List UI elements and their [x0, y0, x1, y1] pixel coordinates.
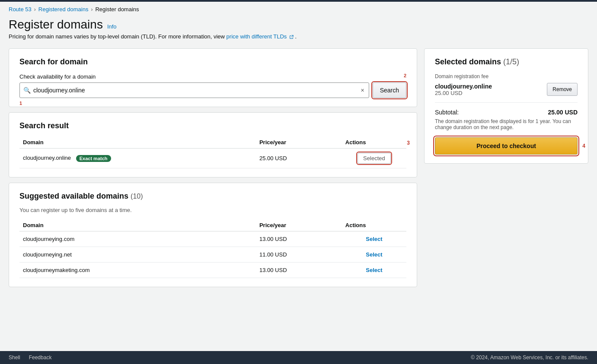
suggested-col-domain: Domain [19, 219, 256, 231]
search-card-title: Search for domain [19, 57, 406, 66]
search-row: 🔍 × 1 2 Search [19, 82, 406, 98]
search-button[interactable]: Search [373, 82, 406, 98]
selected-domains-card: Selected domains (1/5) Domain registrati… [424, 48, 588, 164]
footer: Shell Feedback © 2024, Amazon Web Servic… [0, 351, 597, 364]
right-panel: Selected domains (1/5) Domain registrati… [424, 48, 588, 164]
external-link-icon [289, 35, 294, 39]
breadcrumb-registered-domains[interactable]: Registered domains [38, 6, 89, 13]
subtotal-label: Subtotal: [435, 109, 459, 116]
search-input[interactable] [33, 87, 360, 94]
search-result-table: Domain Price/year Actions cloudjourney.o… [19, 136, 406, 168]
search-input-wrapper: 🔍 × [19, 82, 369, 98]
suggested-action-cell: Select [342, 231, 406, 247]
main-content: Search for domain Check availability for… [0, 44, 597, 351]
suggested-domain-name: cloudjourneying.net [19, 247, 256, 263]
suggested-domain-name: cloudjourneying.com [19, 231, 256, 247]
list-item: cloudjourneying.net 11.00 USD Select [19, 247, 406, 263]
col-header-price: Price/year [256, 136, 342, 149]
subtotal-row: Subtotal: 25.00 USD [435, 109, 578, 116]
annotation-3: 3 [407, 140, 410, 146]
suggested-table: Domain Price/year Actions cloudjourneyin… [19, 219, 406, 278]
selected-domain-row: cloudjourney.online 25.00 USD Remove [435, 83, 578, 96]
select-domain-button[interactable]: Select [366, 236, 382, 242]
list-item: cloudjourneying.com 13.00 USD Select [19, 231, 406, 247]
annotation-4: 4 [582, 143, 585, 149]
page-title: Register domains [9, 18, 103, 32]
domain-reg-fee-label: Domain registration fee [435, 73, 578, 79]
suggested-domain-price: 11.00 USD [256, 247, 342, 263]
selected-domain-price: 25.00 USD [435, 90, 492, 96]
select-domain-button[interactable]: Select [366, 267, 382, 273]
suggested-col-price: Price/year [256, 219, 342, 231]
col-header-actions: Actions [342, 136, 406, 149]
annotation-2: 2 [404, 73, 406, 78]
left-panel: Search for domain Check availability for… [9, 48, 417, 287]
selected-domains-title: Selected domains (1/5) [435, 57, 578, 66]
footer-feedback-link[interactable]: Feedback [29, 355, 52, 361]
suggested-col-actions: Actions [342, 219, 406, 231]
suggested-action-cell: Select [342, 247, 406, 263]
result-price-cell: 25.00 USD [256, 149, 342, 168]
exact-match-badge: Exact match [76, 155, 111, 162]
table-row: cloudjourney.online Exact match 25.00 US… [19, 149, 406, 168]
selected-count: (1/5) [503, 57, 519, 66]
selected-domain-info: cloudjourney.online 25.00 USD [435, 83, 492, 96]
selected-button: Selected [358, 153, 391, 164]
search-field-label: Check availability for a domain [19, 73, 406, 80]
search-result-card: Search result Domain Price/year Actions … [9, 112, 417, 177]
suggested-count: (10) [131, 193, 143, 200]
result-actions-cell: 3 Selected [342, 149, 406, 168]
breadcrumb-route53[interactable]: Route 53 [9, 6, 32, 13]
footer-shell-link[interactable]: Shell [9, 355, 20, 361]
page-subtitle: Pricing for domain names varies by top-l… [9, 33, 588, 40]
divider [435, 102, 578, 103]
suggested-title: Suggested available domains (10) [19, 192, 406, 201]
breadcrumb-sep-2: › [91, 6, 93, 13]
subtotal-value: 25.00 USD [548, 109, 578, 116]
clear-input-button[interactable]: × [360, 87, 365, 94]
remove-domain-button[interactable]: Remove [547, 83, 578, 96]
footer-copyright: © 2024, Amazon Web Services, Inc. or its… [471, 355, 588, 361]
search-for-domain-card: Search for domain Check availability for… [9, 48, 417, 107]
suggested-domains-card: Suggested available domains (10) You can… [9, 183, 417, 287]
footer-left: Shell Feedback [9, 355, 51, 361]
select-domain-button[interactable]: Select [366, 251, 382, 258]
result-domain-cell: cloudjourney.online Exact match [19, 149, 256, 168]
breadcrumb-current: Register domains [95, 6, 139, 13]
proceed-to-checkout-button[interactable]: Proceed to checkout [435, 137, 578, 155]
search-icon: 🔍 [23, 87, 31, 94]
col-header-domain: Domain [19, 136, 256, 149]
page-header: Register domains Info Pricing for domain… [0, 15, 597, 44]
breadcrumb-sep-1: › [34, 6, 36, 13]
checkout-btn-wrapper: Proceed to checkout 4 [435, 137, 578, 155]
suggested-action-cell: Select [342, 263, 406, 278]
list-item: cloudjourneymaketing.com 13.00 USD Selec… [19, 263, 406, 278]
suggested-domain-price: 13.00 USD [256, 231, 342, 247]
search-result-title: Search result [19, 121, 406, 130]
annotation-1: 1 [19, 101, 22, 106]
result-domain-name: cloudjourney.online [23, 155, 71, 161]
search-input-outer: 🔍 × 1 [19, 82, 369, 98]
selected-domain-name: cloudjourney.online [435, 83, 492, 90]
tld-pricing-link[interactable]: price with different TLDs [227, 33, 287, 40]
suggested-domain-price: 13.00 USD [256, 263, 342, 278]
suggested-domain-name: cloudjourneymaketing.com [19, 263, 256, 278]
suggested-subtitle: You can register up to five domains at a… [19, 207, 406, 213]
subtotal-note: The domain registration fee displayed is… [435, 118, 578, 130]
info-link[interactable]: Info [107, 23, 117, 30]
breadcrumb: Route 53 › Registered domains › Register… [0, 2, 597, 15]
search-btn-wrapper: 2 Search [373, 82, 406, 98]
